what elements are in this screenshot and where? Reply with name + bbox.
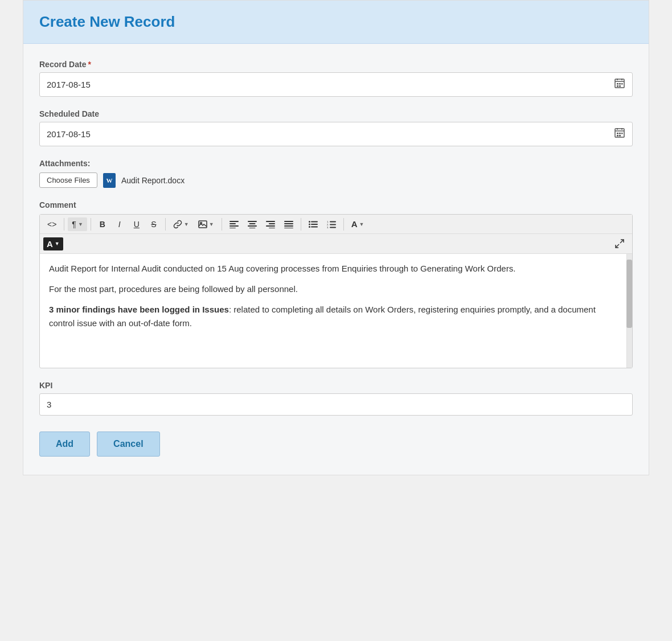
link-btn[interactable]: ▼ <box>169 217 193 231</box>
svg-rect-45 <box>330 224 336 225</box>
align-left-btn[interactable] <box>226 218 243 231</box>
comment-group: Comment <> ¶ ▼ B <box>39 200 633 368</box>
expand-icon <box>614 239 625 249</box>
align-left-icon <box>230 220 239 228</box>
svg-rect-31 <box>269 228 275 228</box>
align-right-icon <box>266 220 275 228</box>
toolbar-separator2 <box>91 218 91 231</box>
image-arrow: ▼ <box>209 221 214 227</box>
toolbar-row1: <> ¶ ▼ B I U <box>40 215 632 234</box>
toolbar-separator4 <box>222 218 222 231</box>
align-right-btn[interactable] <box>262 218 279 231</box>
svg-rect-34 <box>284 225 293 227</box>
link-icon <box>173 220 182 229</box>
svg-rect-14 <box>619 133 621 134</box>
scheduled-date-group: Scheduled Date <box>39 109 633 146</box>
source-code-btn[interactable]: <> <box>43 217 60 231</box>
comment-paragraph3: 3 minor findings have been logged in Iss… <box>49 303 614 330</box>
svg-rect-8 <box>619 85 621 87</box>
svg-line-48 <box>620 240 624 243</box>
svg-rect-15 <box>621 133 623 134</box>
svg-rect-41 <box>311 226 318 227</box>
cancel-button[interactable]: Cancel <box>97 432 159 457</box>
svg-rect-47 <box>330 227 336 228</box>
svg-rect-29 <box>269 223 275 224</box>
align-center-btn[interactable] <box>244 218 261 231</box>
scheduled-date-input[interactable] <box>40 124 607 145</box>
scrollbar-track[interactable] <box>626 254 632 368</box>
scheduled-date-calendar-btn[interactable] <box>607 122 632 146</box>
svg-rect-20 <box>230 221 239 222</box>
svg-rect-23 <box>230 228 236 228</box>
attachments-label: Attachments: <box>39 159 633 168</box>
svg-point-36 <box>309 221 310 223</box>
svg-rect-13 <box>617 133 618 134</box>
bg-color-btn[interactable]: A ▼ <box>43 237 63 250</box>
paragraph-btn[interactable]: ¶ ▼ <box>68 217 87 231</box>
editor-content[interactable]: Audit Report for Internal Audit conducte… <box>40 254 632 368</box>
svg-line-49 <box>616 244 619 248</box>
toolbar-row2: A ▼ <box>40 234 632 254</box>
scheduled-date-input-wrapper <box>39 122 633 146</box>
link-arrow: ▼ <box>184 221 189 227</box>
create-record-modal: Create New Record Record Date* <box>23 0 649 475</box>
word-doc-icon: W <box>103 173 116 188</box>
page-title: Create New Record <box>39 13 633 31</box>
svg-rect-39 <box>311 224 318 225</box>
toolbar-separator5 <box>301 218 301 231</box>
svg-rect-25 <box>249 223 255 224</box>
strikethrough-btn[interactable]: S <box>146 217 162 231</box>
svg-rect-28 <box>266 221 275 222</box>
svg-text:3.: 3. <box>327 226 329 228</box>
italic-btn[interactable]: I <box>112 217 128 231</box>
bg-color-arrow: ▼ <box>55 241 60 246</box>
list-ordered-btn[interactable]: 1. 2. 3. <box>323 218 340 231</box>
rich-text-editor: <> ¶ ▼ B I U <box>39 214 633 368</box>
record-date-input[interactable] <box>40 74 607 95</box>
attachments-row: Choose Files W Audit Report.docx <box>39 172 633 188</box>
svg-rect-22 <box>230 225 239 227</box>
record-date-group: Record Date* <box>39 60 633 97</box>
font-color-btn[interactable]: A ▼ <box>347 217 368 231</box>
svg-point-38 <box>309 223 310 225</box>
attachments-group: Attachments: Choose Files W Audit Report… <box>39 159 633 188</box>
toolbar-separator6 <box>343 218 344 231</box>
add-button[interactable]: Add <box>39 432 90 457</box>
image-icon <box>198 220 207 229</box>
list-ordered-icon: 1. 2. 3. <box>327 220 336 228</box>
font-color-arrow: ▼ <box>359 221 364 227</box>
bold-btn[interactable]: B <box>95 217 110 231</box>
kpi-input[interactable] <box>39 393 633 416</box>
svg-point-40 <box>309 226 310 228</box>
expand-btn[interactable] <box>610 236 629 251</box>
modal-body: Record Date* <box>23 44 649 475</box>
underline-btn[interactable]: U <box>129 217 145 231</box>
align-justify-btn[interactable] <box>280 218 297 231</box>
form-actions: Add Cancel <box>39 432 633 457</box>
svg-rect-17 <box>619 135 621 137</box>
svg-rect-37 <box>311 221 318 222</box>
svg-rect-4 <box>617 83 618 85</box>
toolbar-separator <box>64 218 64 231</box>
svg-rect-33 <box>284 223 293 224</box>
svg-rect-43 <box>330 221 336 222</box>
choose-files-button[interactable]: Choose Files <box>39 172 97 188</box>
paragraph-arrow: ▼ <box>78 221 83 227</box>
calendar-icon <box>614 77 625 89</box>
toolbar-separator3 <box>165 218 166 231</box>
svg-rect-27 <box>249 228 255 228</box>
image-btn[interactable]: ▼ <box>194 217 218 231</box>
editor-outer: Audit Report for Internal Audit conducte… <box>40 254 632 368</box>
comment-paragraph2: For the most part, procedures are being … <box>49 282 614 296</box>
list-bullet-btn[interactable] <box>305 218 322 231</box>
svg-rect-21 <box>230 223 236 224</box>
comment-label: Comment <box>39 200 633 209</box>
record-date-input-wrapper <box>39 72 633 97</box>
kpi-label: KPI <box>39 381 633 390</box>
align-center-icon <box>248 220 257 228</box>
svg-rect-30 <box>266 225 275 227</box>
scrollbar-thumb <box>626 260 632 328</box>
record-date-calendar-btn[interactable] <box>607 73 632 96</box>
comment-bold: 3 minor findings have been logged in Iss… <box>49 305 229 314</box>
svg-rect-7 <box>617 85 618 87</box>
